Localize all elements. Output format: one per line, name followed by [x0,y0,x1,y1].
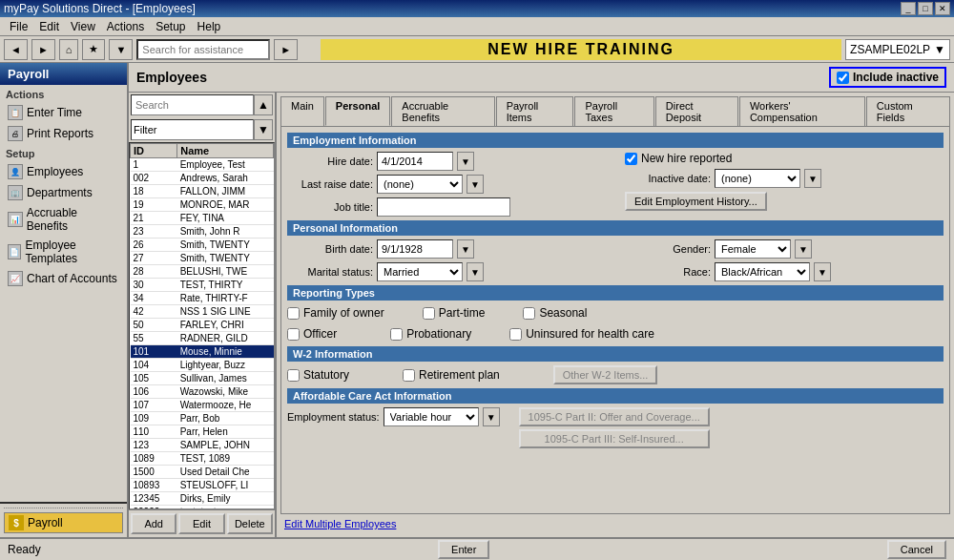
table-row[interactable]: 106Wazowski, Mike [131,385,274,399]
aca-part2-button[interactable]: 1095-C Part II: Offer and Coverage... [519,407,710,426]
cancel-button[interactable]: Cancel [887,540,946,559]
gender-dropdown[interactable]: ▼ [795,239,812,259]
statutory-checkbox[interactable] [287,369,300,382]
sidebar-item-chart-of-accounts[interactable]: 📈 Chart of Accounts [0,268,127,289]
table-row[interactable]: 110Parr, Helen [131,425,274,439]
table-row[interactable]: 21FEY, TINA [131,212,274,225]
inactive-date-picker[interactable]: ▼ [804,169,821,188]
sidebar-item-enter-time[interactable]: 📋 Enter Time [0,102,127,123]
table-row[interactable]: 104Lightyear, Buzz [131,359,274,372]
edit-employment-history-button[interactable]: Edit Employment History... [625,192,767,211]
company-selector[interactable]: ZSAMPLE02LP ▼ [845,39,950,60]
add-employee-button[interactable]: Add [131,513,176,534]
hire-date-picker-button[interactable]: ▼ [457,152,474,171]
tab-personal[interactable]: Personal [325,96,390,126]
marital-status-select[interactable]: Married Single Other [377,262,463,281]
sidebar-item-departments[interactable]: 🏢 Departments [0,182,127,203]
last-raise-date-picker[interactable]: ▼ [467,175,484,194]
search-clear-button[interactable]: ▲ [254,94,273,115]
menu-view[interactable]: View [65,18,101,35]
minimize-button[interactable]: _ [901,2,916,15]
aca-part3-button[interactable]: 1095-C Part III: Self-Insured... [519,429,710,448]
seasonal-checkbox[interactable] [523,307,535,320]
menu-edit[interactable]: Edit [33,18,65,35]
tab-custom-fields[interactable]: Custom Fields [866,96,950,126]
hire-date-input[interactable] [377,152,453,171]
home-button[interactable]: ⌂ [59,39,79,60]
marital-status-dropdown[interactable]: ▼ [467,262,484,281]
close-button[interactable]: ✕ [935,2,950,15]
table-row[interactable]: 12345Dirks, Emily [131,492,274,506]
menu-help[interactable]: Help [192,18,227,35]
birth-date-input[interactable] [377,239,453,259]
race-select[interactable]: Black/African [715,262,810,281]
help-search-input[interactable] [136,39,270,60]
forward-button[interactable]: ► [31,39,55,60]
table-row[interactable]: 19MONROE, MAR [131,198,274,212]
table-row[interactable]: 107Watermooze, He [131,399,274,412]
tab-payroll-items[interactable]: Payroll Items [496,96,574,126]
table-row[interactable]: 42NSS 1 SIG LINE [131,305,274,319]
race-dropdown[interactable]: ▼ [814,262,831,281]
sidebar-item-employee-templates[interactable]: 📄 Employee Templates [0,236,127,268]
table-row[interactable]: 101Mouse, Minnie [131,345,274,359]
table-row[interactable]: 105Sullivan, James [131,372,274,385]
table-row[interactable]: 55RADNER, GILD [131,332,274,345]
tab-main[interactable]: Main [280,96,324,126]
include-inactive-checkbox[interactable] [837,72,849,84]
table-row[interactable]: 50FARLEY, CHRI [131,319,274,332]
uninsured-checkbox[interactable] [509,328,522,341]
last-raise-date-select[interactable]: (none) [377,175,463,194]
table-row[interactable]: 34Rate, THIRTY-F [131,292,274,305]
delete-employee-button[interactable]: Delete [227,513,273,534]
table-row[interactable]: 123SAMPLE, JOHN [131,439,274,452]
tab-workers-comp[interactable]: Workers' Compensation [739,96,865,126]
table-row[interactable]: 27Smith, TWENTY [131,252,274,265]
table-row[interactable]: 18FALLON, JIMM [131,185,274,198]
menu-actions[interactable]: Actions [101,18,150,35]
employee-search-input[interactable] [131,94,254,115]
table-row[interactable]: 1Employee, Test [131,158,274,172]
probationary-checkbox[interactable] [390,328,403,341]
part-time-checkbox[interactable] [423,307,435,320]
go-button[interactable]: ► [274,39,298,60]
dropdown-button[interactable]: ▼ [109,39,133,60]
enter-button[interactable]: Enter [438,540,489,559]
employee-filter-select[interactable]: Filter [131,119,254,140]
tab-payroll-taxes[interactable]: Payroll Taxes [574,96,653,126]
table-row[interactable]: 1089TEST, 1089 [131,452,274,466]
officer-checkbox[interactable] [287,328,300,341]
inactive-date-select[interactable]: (none) [715,169,800,188]
sidebar-payroll-button[interactable]: $ Payroll [4,512,123,533]
family-owner-checkbox[interactable] [287,307,300,320]
gender-select[interactable]: Female Male [715,239,791,259]
tab-accruable-benefits[interactable]: Accruable Benefits [391,96,494,126]
employment-status-dropdown[interactable]: ▼ [483,407,500,426]
edit-employee-button[interactable]: Edit [178,513,224,534]
job-title-input[interactable] [377,197,510,217]
table-row[interactable]: 109Parr, Bob [131,412,274,425]
new-hire-checkbox[interactable] [625,153,637,165]
filter-dropdown-button[interactable]: ▼ [254,119,273,140]
table-row[interactable]: 30TEST, THIRTY [131,279,274,292]
table-row[interactable]: 1500Used Detail Che [131,466,274,479]
birth-date-picker[interactable]: ▼ [457,239,474,259]
table-row[interactable]: 26Smith, TWENTY [131,239,274,252]
menu-file[interactable]: File [4,18,33,35]
sidebar-item-employees[interactable]: 👤 Employees [0,161,127,182]
table-row[interactable]: 28BELUSHI, TWE [131,265,274,279]
maximize-button[interactable]: □ [918,2,933,15]
sidebar-item-accruable-benefits[interactable]: 📊 Accruable Benefits [0,203,127,236]
sidebar-item-print-reports[interactable]: 🖨 Print Reports [0,123,127,144]
back-button[interactable]: ◄ [4,39,28,60]
menu-setup[interactable]: Setup [150,18,191,35]
retirement-plan-checkbox[interactable] [403,369,415,382]
tab-direct-deposit[interactable]: Direct Deposit [655,96,738,126]
other-w2-button[interactable]: Other W-2 Items... [553,365,658,384]
employment-status-select[interactable]: Variable hour Full-time Part-time [384,407,479,426]
favorites-button[interactable]: ★ [82,39,105,60]
table-row[interactable]: 10893STEUSLOFF, LI [131,479,274,492]
table-row[interactable]: 002Andrews, Sarah [131,172,274,185]
edit-multiple-employees-link[interactable]: Edit Multiple Employees [284,518,396,529]
table-row[interactable]: 23Smith, John R [131,225,274,239]
